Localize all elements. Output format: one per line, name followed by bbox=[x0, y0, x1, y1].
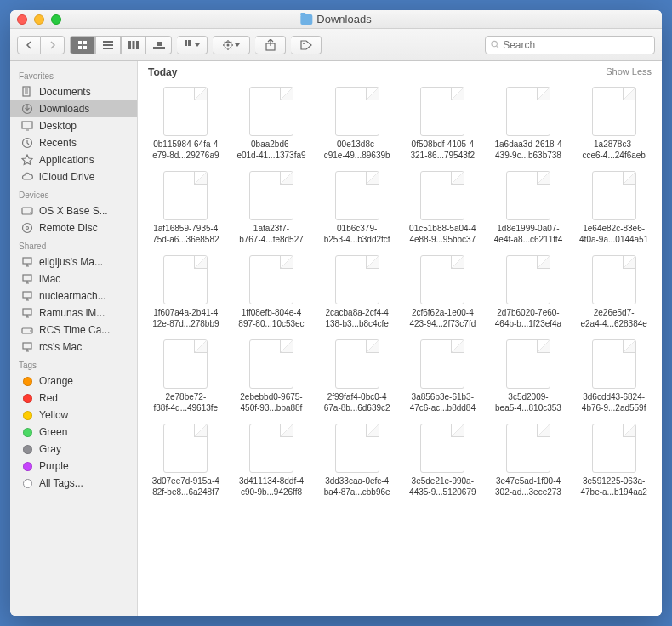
file-item[interactable]: 2e26e5d7-e2a4-4...628384e bbox=[572, 255, 655, 329]
tag-dot bbox=[23, 394, 32, 403]
share-group bbox=[255, 36, 286, 54]
sidebar-item[interactable]: nuclearmach... bbox=[10, 287, 137, 304]
file-item[interactable]: 00e13d8c-c91e-49...89639b bbox=[316, 87, 398, 161]
action-button[interactable] bbox=[213, 36, 250, 54]
file-item[interactable]: 2d7b6020-7e60-464b-b...1f23ef4a bbox=[487, 255, 570, 329]
file-item[interactable]: 3c5d2009-bea5-4...810c353 bbox=[487, 339, 570, 413]
tag-dot-icon bbox=[20, 443, 34, 455]
search-box[interactable] bbox=[485, 36, 655, 54]
sidebar-item[interactable]: Downloads bbox=[10, 100, 137, 117]
file-item[interactable]: 0b115984-64fa-4e79-8d...29276a9 bbox=[145, 87, 227, 161]
file-item[interactable]: 1a2878c3-cce6-4...24f6aeb bbox=[572, 87, 655, 161]
sidebar-item[interactable]: All Tags... bbox=[10, 475, 137, 492]
file-item[interactable]: 1af16859-7935-475d-a6...36e8582 bbox=[145, 171, 227, 245]
view-group bbox=[70, 36, 172, 54]
file-item[interactable]: 01c51b88-5a04-44e88-9...95bbc37 bbox=[401, 171, 484, 245]
file-item[interactable]: 3e47e5ad-1f00-4302-ad...3ece273 bbox=[487, 424, 570, 498]
file-item[interactable]: 3dd33caa-0efc-4ba4-87a...cbb96e bbox=[316, 424, 398, 498]
show-less-button[interactable]: Show Less bbox=[606, 66, 652, 78]
sidebar-item[interactable]: rcs's Mac bbox=[10, 339, 137, 356]
file-item[interactable]: 3e5de21e-990a-4435-9...5120679 bbox=[401, 424, 484, 498]
sidebar-item[interactable]: Remote Disc bbox=[10, 219, 137, 236]
sidebar-item[interactable]: Purple bbox=[10, 458, 137, 475]
sidebar-item[interactable]: Green bbox=[10, 424, 137, 441]
list-view-button[interactable] bbox=[95, 36, 121, 54]
file-item[interactable]: 3d411134-8ddf-4c90-9b...9426ff8 bbox=[231, 424, 313, 498]
file-item[interactable]: 3d6cdd43-6824-4b76-9...2ad559f bbox=[572, 339, 655, 413]
main-pane[interactable]: Today Show Less 0b115984-64fa-4e79-8d...… bbox=[138, 61, 662, 616]
file-item[interactable]: 3d07ee7d-915a-482f-be8...6a248f7 bbox=[145, 424, 227, 498]
svg-point-30 bbox=[26, 227, 29, 230]
sidebar-item[interactable]: Applications bbox=[10, 151, 137, 168]
desktop-icon bbox=[20, 120, 34, 132]
sidebar-item[interactable]: Documents bbox=[10, 83, 137, 100]
sidebar-item[interactable]: Gray bbox=[10, 441, 137, 458]
file-item[interactable]: 3a856b3e-61b3-47c6-ac...b8dd84 bbox=[401, 339, 484, 413]
sidebar-item[interactable]: eligijus's Ma... bbox=[10, 253, 137, 270]
file-item[interactable]: 0baa2bd6-e01d-41...1373fa9 bbox=[231, 87, 313, 161]
sidebar-item[interactable]: iMac bbox=[10, 270, 137, 287]
sidebar-item[interactable]: iCloud Drive bbox=[10, 168, 137, 185]
file-item[interactable]: 1ff08efb-804e-4897-80...10c53ec bbox=[231, 255, 313, 329]
nav-group bbox=[17, 36, 65, 54]
file-icon bbox=[335, 255, 379, 304]
icon-view-button[interactable] bbox=[70, 36, 95, 54]
file-item[interactable]: 0f508bdf-4105-4321-86...79543f2 bbox=[401, 87, 484, 161]
sidebar-item[interactable]: OS X Base S... bbox=[10, 202, 137, 219]
file-item[interactable]: 2ebebbd0-9675-450f-93...bba88f bbox=[231, 339, 313, 413]
sidebar-item[interactable]: Desktop bbox=[10, 117, 137, 134]
file-item[interactable]: 1d8e1999-0a07-4e4f-a8...c6211ff4 bbox=[487, 171, 570, 245]
icloud-icon bbox=[20, 171, 34, 183]
file-item[interactable]: 1e64e82c-83e6-4f0a-9a...0144a51 bbox=[572, 171, 655, 245]
minimize-button[interactable] bbox=[34, 14, 44, 25]
sidebar-item[interactable]: Red bbox=[10, 390, 137, 407]
tag-dot bbox=[23, 479, 32, 488]
file-item[interactable]: 2cacba8a-2cf4-4138-b3...b8c4cfe bbox=[316, 255, 398, 329]
sidebar-item[interactable]: Recents bbox=[10, 134, 137, 151]
window-title-text: Downloads bbox=[316, 13, 371, 26]
sidebar-item[interactable]: RCS Time Ca... bbox=[10, 322, 137, 339]
svg-rect-11 bbox=[153, 47, 165, 48]
file-icon bbox=[163, 87, 208, 136]
arrange-button[interactable] bbox=[177, 36, 208, 54]
column-view-button[interactable] bbox=[121, 36, 146, 54]
content-area: FavoritesDocumentsDownloadsDesktopRecent… bbox=[10, 61, 662, 616]
file-item[interactable]: 2f99faf4-0bc0-467a-8b...6d639c2 bbox=[316, 339, 398, 413]
sidebar-item[interactable]: Yellow bbox=[10, 407, 137, 424]
file-name: 1f607a4a-2b41-412e-87d...278bb9 bbox=[152, 308, 219, 329]
zoom-button[interactable] bbox=[51, 14, 61, 25]
file-item[interactable]: 1f607a4a-2b41-412e-87d...278bb9 bbox=[145, 255, 227, 329]
file-item[interactable]: 3e591225-063a-47be-a...b194aa2 bbox=[572, 424, 655, 498]
arrange-icon bbox=[185, 40, 200, 50]
file-icon bbox=[249, 171, 293, 220]
mac-icon bbox=[20, 256, 34, 268]
close-button[interactable] bbox=[17, 14, 27, 25]
group-header: Today Show Less bbox=[138, 61, 662, 80]
svg-rect-6 bbox=[103, 48, 113, 49]
file-item[interactable]: 2cf6f62a-1e00-4423-94...2f73c7fd bbox=[401, 255, 484, 329]
sidebar-item[interactable]: Orange bbox=[10, 373, 137, 390]
file-icon bbox=[506, 255, 550, 304]
back-button[interactable] bbox=[17, 36, 41, 54]
coverflow-view-button[interactable] bbox=[146, 36, 172, 54]
sidebar-item[interactable]: Ramunas iM... bbox=[10, 304, 137, 322]
search-input[interactable] bbox=[503, 39, 649, 51]
file-item[interactable]: 01b6c379-b253-4...b3dd2fcf bbox=[316, 171, 398, 245]
tag-dot-icon bbox=[20, 477, 34, 489]
svg-rect-9 bbox=[136, 41, 139, 49]
share-button[interactable] bbox=[255, 36, 286, 54]
svg-rect-8 bbox=[133, 41, 135, 49]
file-item[interactable]: 1a6daa3d-2618-4439-9c...b63b738 bbox=[487, 87, 570, 161]
forward-button[interactable] bbox=[41, 36, 65, 54]
file-name: 3d07ee7d-915a-482f-be8...6a248f7 bbox=[152, 476, 219, 498]
svg-rect-4 bbox=[103, 41, 113, 43]
svg-rect-5 bbox=[103, 44, 113, 46]
sidebar-item-label: Remote Disc bbox=[39, 222, 98, 234]
file-item[interactable]: 1afa23f7-b767-4...fe8d527 bbox=[231, 171, 313, 245]
tags-button[interactable] bbox=[291, 36, 322, 54]
file-name: 1e64e82c-83e6-4f0a-9a...0144a51 bbox=[579, 224, 648, 245]
file-item[interactable]: 2e78be72-f38f-4d...49613fe bbox=[145, 339, 227, 413]
sidebar-item-label: Recents bbox=[39, 137, 77, 149]
sidebar-item-label: Downloads bbox=[39, 103, 89, 115]
titlebar[interactable]: Downloads bbox=[10, 10, 662, 29]
